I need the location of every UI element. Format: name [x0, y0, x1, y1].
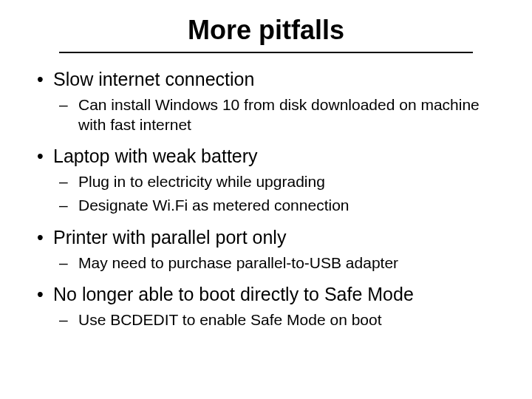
sub-bullet-item: May need to purchase parallel-to-USB ada… [59, 253, 495, 273]
bullet-item: Laptop with weak battery [37, 145, 495, 168]
bullet-item: Slow internet connection [37, 68, 495, 91]
title-underline [59, 52, 473, 53]
sub-bullet-item: Plug in to electricity while upgrading [59, 172, 495, 191]
title-wrapper: More pitfalls [44, 15, 488, 53]
sub-bullet-item: Designate Wi.Fi as metered connection [59, 196, 495, 215]
slide-title: More pitfalls [188, 15, 344, 52]
sub-bullet-item: Can install Windows 10 from disk downloa… [59, 95, 495, 134]
sub-bullet-item: Use BCDEDIT to enable Safe Mode on boot [59, 310, 495, 330]
slide-content: Slow internet connection Can install Win… [0, 68, 532, 330]
bullet-item: Printer with parallel port only [37, 226, 495, 249]
bullet-item: No longer able to boot directly to Safe … [37, 283, 495, 306]
slide: More pitfalls Slow internet connection C… [0, 15, 532, 384]
